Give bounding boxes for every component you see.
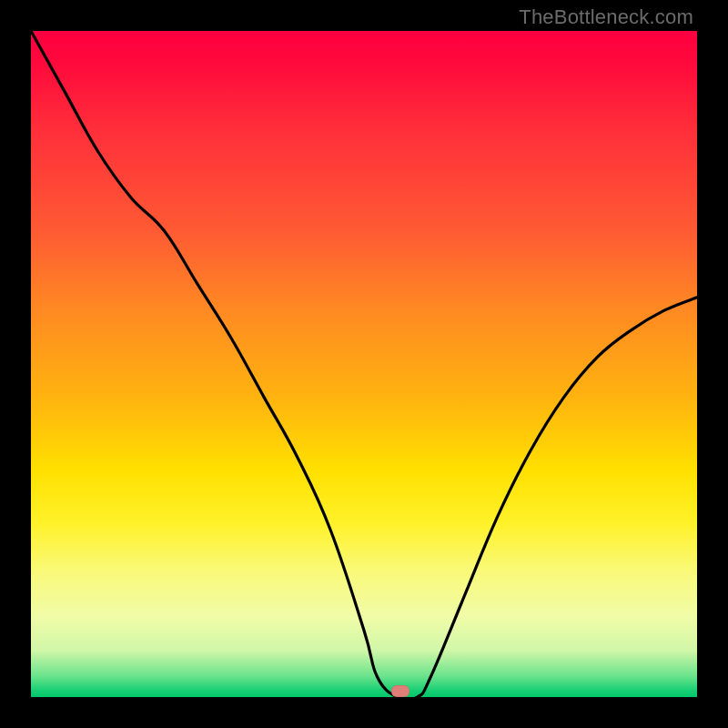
bottleneck-curve [31,31,697,697]
curve-path [31,31,697,700]
chart-frame: TheBottleneck.com [0,0,728,728]
watermark-text: TheBottleneck.com [519,5,693,29]
optimal-point-marker [391,685,410,697]
